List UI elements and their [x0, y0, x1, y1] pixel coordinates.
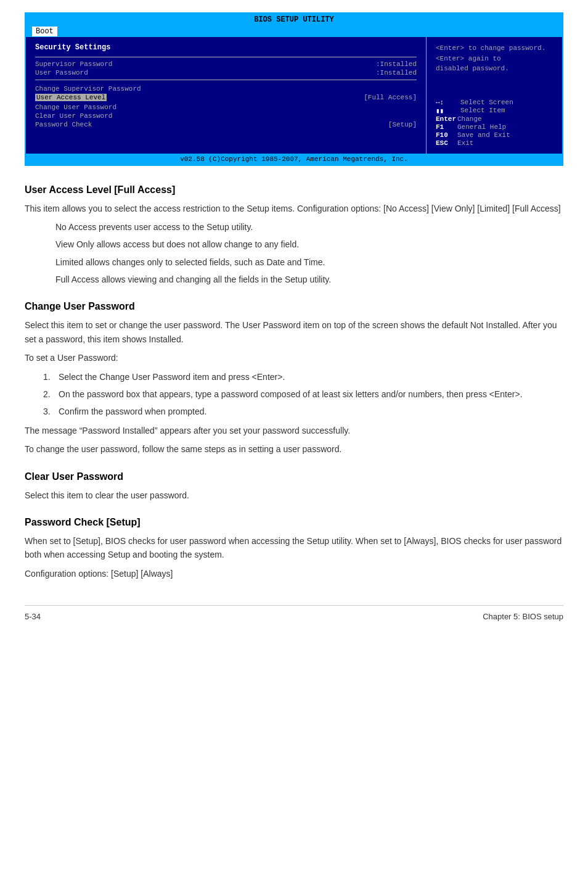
footer-page-number: 5-34 — [25, 612, 41, 621]
numbered-item-1-text: Select the Change User Password item and… — [59, 370, 563, 384]
bios-divider-1 — [35, 57, 417, 57]
bios-active-tab: Boot — [32, 27, 57, 36]
body-password-check-2: Configuration options: [Setup] [Always] — [25, 567, 563, 580]
indent-limited: Limited allows changes only to selected … — [55, 255, 563, 269]
bios-screenshot: BIOS SETUP UTILITY Boot Security Setting… — [25, 12, 563, 166]
indent-no-access: No Access prevents user access to the Se… — [55, 220, 563, 234]
bios-key-exit: Exit — [457, 139, 473, 147]
bios-key-updown: ▮▮ Select Item — [436, 107, 553, 115]
indent-full-access: Full Access allows viewing and changing … — [55, 273, 563, 286]
body-after-list-1: The message “Password Installed” appears… — [25, 424, 563, 437]
bios-right-panel: <Enter> to change password. <Enter> agai… — [427, 37, 562, 154]
bios-supervisor-label: Supervisor Password — [35, 60, 112, 68]
numbered-item-2-text: On the password box that appears, type a… — [59, 387, 563, 401]
bios-content-area: Security Settings Supervisor Password :I… — [26, 37, 562, 154]
heading-clear-user-password: Clear User Password — [25, 471, 563, 482]
section-user-access-level: User Access Level [Full Access] This ite… — [25, 184, 563, 287]
bios-menu-items: Change Supervisor Password User Access L… — [35, 85, 417, 130]
bios-key-select-item: Select Item — [460, 107, 505, 114]
bios-key-help: ↔↕ Select Screen ▮▮ Select Item Enter Ch… — [436, 99, 553, 147]
bios-clear-user-pw: Clear User Password — [35, 112, 417, 120]
bios-key-select-screen: Select Screen — [460, 99, 513, 106]
numbered-list-set-password: 1. Select the Change User Password item … — [43, 370, 563, 419]
bios-help-text: <Enter> to change password. <Enter> agai… — [436, 43, 553, 74]
bios-user-pw-label: User Password — [35, 69, 88, 76]
bios-key-save-exit: Save and Exit — [457, 131, 510, 139]
body-user-access-level: This item allows you to select the acces… — [25, 202, 563, 215]
bios-nav: Boot — [26, 26, 562, 37]
bios-user-access-label: User Access Level — [35, 94, 107, 101]
bios-key-f1: F1 General Help — [436, 123, 553, 131]
bios-key-general-help: General Help — [457, 123, 506, 131]
bios-key-enter: Enter Change — [436, 115, 553, 123]
footer-chapter: Chapter 5: BIOS setup — [483, 612, 563, 621]
bios-pw-check-row: Password Check [Setup] — [35, 121, 417, 130]
body-after-list-2: To change the user password, follow the … — [25, 442, 563, 456]
section-clear-user-password: Clear User Password Select this item to … — [25, 471, 563, 502]
bios-supervisor-row: Supervisor Password :Installed — [35, 60, 417, 68]
heading-password-check: Password Check [Setup] — [25, 517, 563, 528]
bios-left-panel: Security Settings Supervisor Password :I… — [26, 37, 427, 154]
section-password-check: Password Check [Setup] When set to [Setu… — [25, 517, 563, 580]
bios-divider-2 — [35, 80, 417, 80]
body-password-check-1: When set to [Setup], BIOS checks for use… — [25, 534, 563, 562]
numbered-item-3-num: 3. — [43, 405, 59, 418]
section-change-user-password: Change User Password Select this item to… — [25, 301, 563, 456]
bios-user-pw-value: :Installed — [376, 69, 417, 76]
heading-change-user-password: Change User Password — [25, 301, 563, 312]
bios-pw-check-value: [Setup] — [340, 121, 417, 128]
bios-user-pw-row: User Password :Installed — [35, 69, 417, 76]
bios-key-arrows: ↔↕ Select Screen — [436, 99, 553, 106]
numbered-item-2: 2. On the password box that appears, typ… — [43, 387, 563, 401]
page-container: BIOS SETUP UTILITY Boot Security Setting… — [0, 0, 588, 646]
body-clear-user-password: Select this item to clear the user passw… — [25, 489, 563, 502]
bios-section-title: Security Settings — [35, 43, 417, 52]
bios-footer: v02.58 (C)Copyright 1985-2007, American … — [26, 154, 562, 165]
bios-key-f10: F10 Save and Exit — [436, 131, 553, 139]
bios-change-supervisor: Change Supervisor Password — [35, 85, 417, 93]
heading-user-access-level: User Access Level [Full Access] — [25, 184, 563, 196]
bios-key-change: Change — [457, 115, 482, 123]
bios-title: BIOS SETUP UTILITY — [26, 14, 562, 26]
bios-user-access-value: [Full Access] — [348, 94, 417, 101]
numbered-item-1-num: 1. — [43, 370, 59, 384]
numbered-item-3: 3. Confirm the password when prompted. — [43, 405, 563, 418]
indent-view-only: View Only allows access but does not all… — [55, 237, 563, 251]
bios-supervisor-value: :Installed — [376, 60, 417, 68]
page-footer: 5-34 Chapter 5: BIOS setup — [25, 605, 563, 621]
bios-user-access-row: User Access Level [Full Access] — [35, 94, 417, 102]
numbered-item-1: 1. Select the Change User Password item … — [43, 370, 563, 384]
bios-pw-check-label: Password Check — [35, 121, 92, 128]
numbered-item-2-num: 2. — [43, 387, 59, 401]
bios-key-esc: ESC Exit — [436, 139, 553, 147]
numbered-item-3-text: Confirm the password when prompted. — [59, 405, 563, 418]
body-change-user-password-2: To set a User Password: — [25, 351, 563, 365]
body-change-user-password-1: Select this item to set or change the us… — [25, 318, 563, 346]
bios-change-user-pw: Change User Password — [35, 104, 417, 111]
